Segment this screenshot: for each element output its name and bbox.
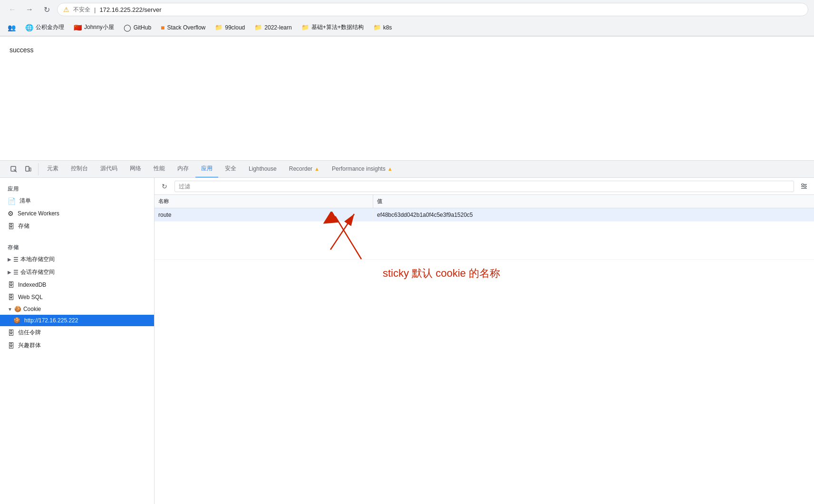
folder-icon-99cloud: 📁	[215, 24, 223, 31]
inspect-element-icon[interactable]	[8, 163, 20, 175]
sidebar-item-indexeddb[interactable]: 🗄 IndexedDB	[0, 279, 154, 291]
sidebar-storage-label: 存储	[18, 222, 29, 230]
filter-settings-icon[interactable]	[798, 180, 810, 193]
bookmark-github[interactable]: ◯ GitHub	[120, 22, 155, 33]
bookmark-2022learn-label: 2022-learn	[264, 24, 291, 31]
tab-console[interactable]: 控制台	[65, 161, 94, 178]
bookmark-johnny[interactable]: 🇨🇳 Johnny小屋	[70, 21, 118, 33]
sidebar-item-manifest[interactable]: 📄 清单	[0, 194, 154, 207]
sidebar-item-local-storage[interactable]: ▶ ☰ 本地存储空间	[0, 253, 154, 266]
sidebar-indexeddb-label: IndexedDB	[18, 281, 46, 288]
sidebar-manifest-label: 清单	[19, 197, 31, 205]
svg-rect-2	[29, 168, 31, 171]
websql-icon: 🗄	[8, 293, 14, 301]
svg-point-6	[802, 184, 804, 185]
indexeddb-icon: 🗄	[8, 281, 14, 289]
forward-button[interactable]: →	[23, 3, 36, 16]
cookie-url-icon: 🍪	[13, 317, 20, 324]
sidebar-section-storage-title: 存储	[0, 240, 154, 253]
flag-cn-icon: 🇨🇳	[74, 24, 82, 31]
bookmark-gongjijin[interactable]: 🌐 公积金办理	[21, 21, 68, 33]
local-storage-icon: ☰	[13, 256, 19, 263]
tab-security[interactable]: 安全	[219, 161, 242, 178]
tab-performance-insights[interactable]: Performance insights ▲	[326, 161, 398, 178]
tab-memory[interactable]: 内存	[172, 161, 194, 178]
sidebar-item-trust-token[interactable]: 🗄 信任令牌	[0, 326, 154, 339]
github-icon: ◯	[124, 24, 131, 31]
stackoverflow-icon: ■	[161, 24, 165, 31]
bookmark-algo[interactable]: 📁 基础+算法+数据结构	[298, 21, 368, 33]
bookmark-johnny-label: Johnny小屋	[84, 23, 114, 31]
gear-icon: ⚙	[8, 210, 14, 217]
devtools-main-content: ↻ 名称 值	[155, 178, 814, 504]
trust-token-icon: 🗄	[8, 329, 14, 337]
success-message: success	[10, 46, 34, 54]
device-toolbar-icon[interactable]	[22, 163, 34, 175]
tab-recorder[interactable]: Recorder ▲	[283, 161, 325, 178]
perf-insights-warning-icon: ▲	[388, 166, 393, 172]
sidebar-item-cookie-url[interactable]: 🍪 http://172.16.225.222	[0, 315, 154, 326]
tab-network[interactable]: 网络	[124, 161, 147, 178]
sidebar-item-storage[interactable]: 🗄 存储	[0, 220, 154, 233]
sidebar-section-app-title: 应用	[0, 182, 154, 194]
tab-sources[interactable]: 源代码	[95, 161, 123, 178]
sidebar-item-interest-group[interactable]: 🗄 兴趣群体	[0, 339, 154, 352]
bookmark-stackoverflow[interactable]: ■ Stack Overflow	[157, 22, 209, 33]
recorder-warning-icon: ▲	[314, 166, 320, 172]
globe-icon: 🌐	[25, 24, 33, 31]
svg-rect-1	[26, 166, 29, 171]
address-bar[interactable]: ⚠ 不安全 | 172.16.225.222/server	[57, 3, 808, 16]
bookmark-99cloud[interactable]: 📁 99cloud	[211, 22, 249, 33]
bookmark-github-label: GitHub	[134, 24, 151, 31]
bookmarks-bar: 👥 🌐 公积金办理 🇨🇳 Johnny小屋 ◯ GitHub ■ Stack O…	[0, 19, 814, 36]
storage-icon: 🗄	[8, 223, 14, 230]
table-header: 名称 值	[155, 195, 814, 208]
chevron-right-icon-2: ▶	[8, 270, 11, 275]
td-value: ef48bc63dd042b1a0f4c5e3f9a1520c5	[373, 210, 814, 220]
th-value: 值	[373, 195, 814, 208]
tab-elements[interactable]: 元素	[41, 161, 64, 178]
cookie-expand-icon: 🍪	[14, 306, 21, 312]
document-icon: 📄	[8, 197, 16, 205]
table-refresh-button[interactable]: ↻	[158, 180, 171, 193]
bookmark-2022learn[interactable]: 📁 2022-learn	[251, 22, 295, 33]
page-content: success	[0, 37, 814, 160]
folder-icon-algo: 📁	[301, 24, 309, 31]
sidebar-cookie-url-label: http://172.16.225.222	[24, 317, 78, 324]
tab-lighthouse[interactable]: Lighthouse	[243, 161, 282, 178]
bookmark-people[interactable]: 👥	[4, 22, 19, 33]
sidebar-item-cookie[interactable]: ▼ 🍪 Cookie	[0, 303, 154, 315]
sidebar-websql-label: Web SQL	[18, 294, 43, 300]
bookmark-algo-label: 基础+算法+数据结构	[311, 23, 364, 31]
sidebar-interest-group-label: 兴趣群体	[18, 341, 41, 349]
table-row[interactable]: route ef48bc63dd042b1a0f4c5e3f9a1520c5	[155, 208, 814, 222]
sidebar-item-websql[interactable]: 🗄 Web SQL	[0, 291, 154, 303]
sidebar-item-service-workers[interactable]: ⚙ Service Workers	[0, 207, 154, 220]
chevron-down-icon: ▼	[8, 307, 12, 312]
sidebar-trust-token-label: 信任令牌	[18, 329, 41, 337]
tab-performance[interactable]: 性能	[148, 161, 171, 178]
table-row-empty	[155, 222, 814, 260]
devtools-body: 应用 📄 清单 ⚙ Service Workers 🗄 存储 存储 ▶ ☰ 本地…	[0, 178, 814, 504]
sidebar-session-storage-label: 会话存储空间	[20, 268, 55, 276]
content-toolbar: ↻	[155, 178, 814, 195]
bookmark-gongjijin-label: 公积金办理	[36, 23, 64, 31]
back-button[interactable]: ←	[6, 3, 19, 16]
svg-point-7	[804, 185, 806, 187]
bookmark-k8s-label: k8s	[383, 24, 392, 31]
tab-application[interactable]: 应用	[195, 161, 218, 178]
sidebar-item-session-storage[interactable]: ▶ ☰ 会话存储空间	[0, 266, 154, 279]
cookies-table: 名称 值 route ef48bc63dd042b1a0f4c5e3f9a152…	[155, 195, 814, 504]
refresh-button[interactable]: ↻	[40, 3, 53, 16]
devtools-icon-bar	[4, 163, 39, 175]
filter-input[interactable]	[174, 181, 794, 192]
not-secure-label: 不安全	[73, 6, 90, 14]
chevron-right-icon: ▶	[8, 257, 11, 262]
bookmark-k8s[interactable]: 📁 k8s	[369, 22, 396, 33]
sidebar-local-storage-label: 本地存储空间	[20, 255, 55, 263]
devtools-sidebar: 应用 📄 清单 ⚙ Service Workers 🗄 存储 存储 ▶ ☰ 本地…	[0, 178, 155, 504]
browser-chrome: ← → ↻ ⚠ 不安全 | 172.16.225.222/server 👥 🌐 …	[0, 0, 814, 37]
arrow-container	[323, 212, 380, 270]
bookmark-99cloud-label: 99cloud	[225, 24, 245, 31]
sidebar-service-workers-label: Service Workers	[18, 210, 59, 217]
